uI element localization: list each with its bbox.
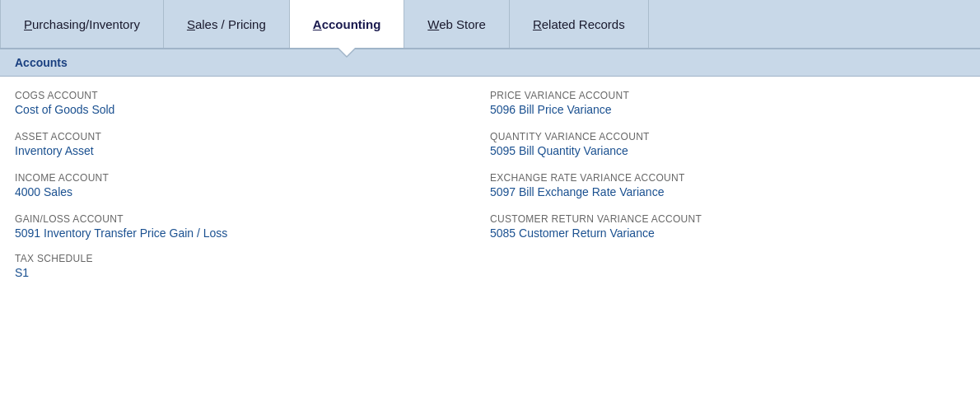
- nav-bar: Purchasing/Inventory Sales / Pricing Acc…: [0, 0, 980, 49]
- exchange-rate-variance-account-value[interactable]: 5097 Bill Exchange Rate Variance: [490, 185, 965, 198]
- asset-account-group: ASSET ACCOUNT Inventory Asset: [15, 131, 490, 157]
- income-account-value[interactable]: 4000 Sales: [15, 185, 490, 198]
- nav-related-records-label: Related Records: [533, 17, 625, 31]
- quantity-variance-account-group: QUANTITY VARIANCE ACCOUNT 5095 Bill Quan…: [490, 131, 965, 157]
- customer-return-variance-account-value[interactable]: 5085 Customer Return Variance: [490, 226, 965, 240]
- cogs-account-value[interactable]: Cost of Goods Sold: [15, 103, 490, 116]
- customer-return-variance-account-group: CUSTOMER RETURN VARIANCE ACCOUNT 5085 Cu…: [490, 213, 965, 240]
- tax-schedule-section: TAX SCHEDULE S1: [0, 253, 980, 296]
- quantity-variance-account-value[interactable]: 5095 Bill Quantity Variance: [490, 144, 965, 157]
- section-header-label: Accounts: [15, 56, 68, 69]
- exchange-rate-variance-account-group: EXCHANGE RATE VARIANCE ACCOUNT 5097 Bill…: [490, 172, 965, 198]
- cogs-account-group: COGS ACCOUNT Cost of Goods Sold: [15, 90, 490, 116]
- nav-sales-pricing-label: Sales / Pricing: [187, 17, 266, 31]
- nav-web-store[interactable]: Web Store: [404, 0, 510, 48]
- accounts-section-header: Accounts: [0, 49, 980, 77]
- nav-web-store-label: Web Store: [427, 17, 486, 31]
- exchange-rate-variance-account-label: EXCHANGE RATE VARIANCE ACCOUNT: [490, 172, 965, 184]
- cogs-account-label: COGS ACCOUNT: [15, 90, 490, 101]
- nav-purchasing-inventory[interactable]: Purchasing/Inventory: [0, 0, 164, 48]
- fields-area: COGS ACCOUNT Cost of Goods Sold ASSET AC…: [0, 77, 980, 253]
- tax-schedule-value[interactable]: S1: [15, 266, 965, 279]
- tax-schedule-group: TAX SCHEDULE S1: [15, 253, 965, 279]
- nav-accounting-label: Accounting: [313, 17, 381, 31]
- price-variance-account-group: PRICE VARIANCE ACCOUNT 5096 Bill Price V…: [490, 90, 965, 116]
- right-column: PRICE VARIANCE ACCOUNT 5096 Bill Price V…: [490, 90, 965, 240]
- gain-loss-account-label: GAIN/LOSS ACCOUNT: [15, 213, 490, 225]
- gain-loss-account-value[interactable]: 5091 Inventory Transfer Price Gain / Los…: [15, 226, 490, 240]
- gain-loss-account-group: GAIN/LOSS ACCOUNT 5091 Inventory Transfe…: [15, 213, 490, 240]
- asset-account-label: ASSET ACCOUNT: [15, 131, 490, 142]
- content-area: Accounts COGS ACCOUNT Cost of Goods Sold…: [0, 49, 980, 296]
- nav-related-records[interactable]: Related Records: [510, 0, 649, 48]
- nav-accounting[interactable]: Accounting: [290, 0, 405, 48]
- price-variance-account-label: PRICE VARIANCE ACCOUNT: [490, 90, 965, 101]
- nav-purchasing-inventory-label: Purchasing/Inventory: [24, 17, 140, 31]
- asset-account-value[interactable]: Inventory Asset: [15, 144, 490, 157]
- quantity-variance-account-label: QUANTITY VARIANCE ACCOUNT: [490, 131, 965, 142]
- customer-return-variance-account-label: CUSTOMER RETURN VARIANCE ACCOUNT: [490, 213, 965, 225]
- income-account-group: INCOME ACCOUNT 4000 Sales: [15, 172, 490, 198]
- nav-sales-pricing[interactable]: Sales / Pricing: [164, 0, 290, 48]
- left-column: COGS ACCOUNT Cost of Goods Sold ASSET AC…: [15, 90, 490, 240]
- tax-schedule-label: TAX SCHEDULE: [15, 253, 965, 264]
- income-account-label: INCOME ACCOUNT: [15, 172, 490, 184]
- price-variance-account-value[interactable]: 5096 Bill Price Variance: [490, 103, 965, 116]
